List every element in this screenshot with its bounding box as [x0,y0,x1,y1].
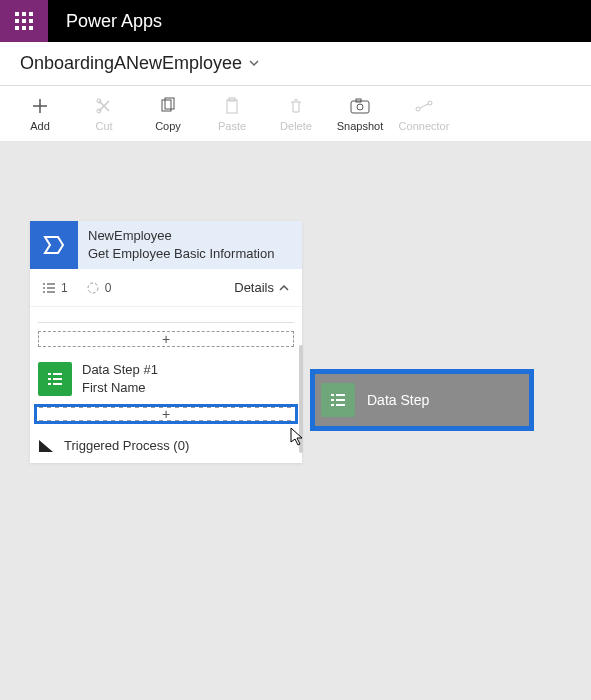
svg-point-19 [428,101,432,105]
svg-rect-7 [22,26,26,30]
svg-rect-0 [15,12,19,16]
svg-rect-8 [29,26,33,30]
clipboard-icon [222,96,242,116]
triggered-process-row[interactable]: Triggered Process (0) [34,432,298,453]
paste-button[interactable]: Paste [200,86,264,141]
camera-icon [350,96,370,116]
plus-glyph: + [162,331,170,347]
plus-glyph: + [162,406,170,422]
app-name: Power Apps [48,11,162,32]
trash-icon [286,96,306,116]
svg-point-20 [88,283,98,293]
process-count: 0 [86,281,112,295]
cut-label: Cut [95,120,112,132]
scrollbar[interactable] [299,345,303,453]
delete-button[interactable]: Delete [264,86,328,141]
stage-subtitle: Get Employee Basic Information [88,245,274,263]
breadcrumb: OnboardingANewEmployee [0,42,591,86]
add-label: Add [30,120,50,132]
snapshot-button[interactable]: Snapshot [328,86,392,141]
details-toggle[interactable]: Details [234,280,290,295]
svg-rect-6 [15,26,19,30]
connector-icon [414,96,434,116]
chevron-down-icon[interactable] [248,55,260,73]
stage-title-block: NewEmployee Get Employee Basic Informati… [78,221,284,269]
copy-button[interactable]: Copy [136,86,200,141]
stage-card[interactable]: NewEmployee Get Employee Basic Informati… [30,221,302,463]
stage-icon [30,221,78,269]
form-icon [38,362,72,396]
dragging-data-step-tile[interactable]: Data Step [310,369,534,431]
svg-rect-5 [29,19,33,23]
svg-rect-13 [227,100,237,113]
list-icon [42,282,56,294]
process-count-value: 0 [105,281,112,295]
clipped-row [38,311,294,323]
toolbar: Add Cut Copy Paste Delete Snapshot Conne… [0,86,591,141]
triangle-icon [38,439,54,453]
process-title: OnboardingANewEmployee [20,53,242,74]
steps-count: 1 [42,281,68,295]
stage-header[interactable]: NewEmployee Get Employee Basic Informati… [30,221,302,269]
plus-icon [30,96,50,116]
svg-rect-3 [15,19,19,23]
add-step-slot-top[interactable]: + [38,331,294,347]
svg-rect-4 [22,19,26,23]
form-icon [321,383,355,417]
svg-point-16 [357,104,363,110]
svg-rect-1 [22,12,26,16]
connector-label: Connector [399,120,450,132]
scissors-icon [94,96,114,116]
connector-button[interactable]: Connector [392,86,456,141]
step-field: First Name [82,379,158,397]
cycle-icon [86,281,100,295]
stage-stats-row: 1 0 Details [30,269,302,307]
app-launcher-button[interactable] [0,0,48,42]
cut-button[interactable]: Cut [72,86,136,141]
steps-count-value: 1 [61,281,68,295]
svg-point-18 [416,107,420,111]
details-label: Details [234,280,274,295]
chevron-up-icon [278,282,290,294]
drag-tile-label: Data Step [367,392,429,408]
step-text: Data Step #1 First Name [82,361,158,396]
snapshot-label: Snapshot [337,120,383,132]
data-step-row[interactable]: Data Step #1 First Name [34,355,298,400]
stage-body: + Data Step #1 First Name + Triggered Pr… [30,307,302,463]
title-bar: Power Apps [0,0,591,42]
add-step-slot-active[interactable]: + [34,404,298,424]
triggered-label: Triggered Process (0) [64,438,189,453]
step-title: Data Step #1 [82,361,158,379]
stage-name: NewEmployee [88,227,274,245]
paste-label: Paste [218,120,246,132]
delete-label: Delete [280,120,312,132]
svg-rect-2 [29,12,33,16]
waffle-icon [15,12,33,30]
copy-icon [158,96,178,116]
svg-rect-15 [351,101,369,113]
copy-label: Copy [155,120,181,132]
add-button[interactable]: Add [8,86,72,141]
designer-canvas[interactable]: NewEmployee Get Employee Basic Informati… [0,141,591,700]
